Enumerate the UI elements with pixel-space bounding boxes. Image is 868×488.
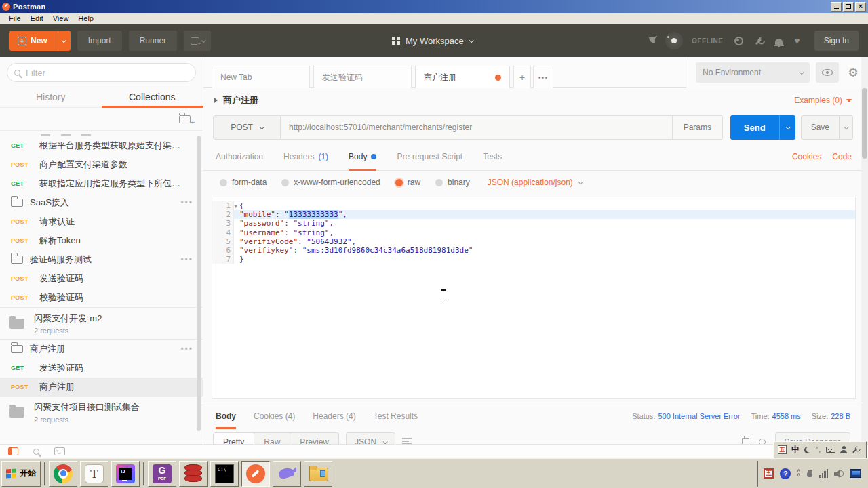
sidebar-item-request[interactable]: POST 商户配置支付渠道参数: [0, 155, 203, 174]
wrap-lines-icon[interactable]: [402, 438, 412, 444]
taskbar-redis-button[interactable]: [179, 461, 208, 487]
sidebar-item-folder[interactable]: 验证码服务测试 •••: [0, 250, 203, 269]
sidebar-item-request[interactable]: GET 发送验证码: [0, 359, 203, 378]
taskbar-cmd-button[interactable]: C:\_: [210, 461, 239, 487]
send-button[interactable]: Send: [730, 115, 795, 140]
network-monitor-icon[interactable]: [850, 469, 861, 478]
environment-selector[interactable]: No Environment: [696, 62, 810, 83]
fold-caret-icon[interactable]: ▼: [234, 202, 237, 211]
speaker-icon[interactable]: [834, 470, 844, 478]
content-type-selector[interactable]: JSON (application/json): [488, 178, 582, 187]
tab-pre-request-script[interactable]: Pre-request Script: [397, 142, 462, 171]
notifications-bell-icon[interactable]: [775, 39, 783, 45]
sidebar-item-folder[interactable]: 商户注册 •••: [0, 340, 203, 359]
new-dropdown-button[interactable]: [56, 30, 71, 51]
sidebar-item-clipped[interactable]: [0, 131, 203, 136]
sidebar-item-request-selected[interactable]: POST 商户注册: [0, 378, 203, 396]
taskbar-explorer-button[interactable]: [304, 461, 332, 487]
power-plug-icon[interactable]: [806, 470, 813, 478]
sidebar-item-request[interactable]: POST 请求认证: [0, 212, 203, 231]
copy-icon[interactable]: [742, 438, 749, 445]
raw-button[interactable]: Raw: [254, 433, 290, 444]
filter-input[interactable]: [26, 68, 189, 78]
save-button[interactable]: Save: [801, 115, 853, 140]
settings-wrench-icon[interactable]: [753, 35, 766, 47]
tab-headers[interactable]: Headers (1): [283, 142, 328, 171]
import-button[interactable]: Import: [77, 30, 122, 51]
taskbar-typora-button[interactable]: T: [80, 461, 108, 487]
examples-dropdown[interactable]: Examples (0): [794, 96, 852, 105]
taskbar-chrome-button[interactable]: [49, 461, 77, 487]
code-link[interactable]: Code: [832, 152, 852, 161]
sync-status-icon[interactable]: [668, 35, 680, 47]
params-button[interactable]: Params: [673, 115, 723, 140]
search-response-icon[interactable]: [759, 439, 766, 444]
console-icon[interactable]: [54, 447, 65, 455]
raw-body-editor[interactable]: 1▼ { 2 "mobile": "13333333333", 3 "passw…: [212, 197, 856, 399]
radio-form-data[interactable]: form-data: [220, 178, 267, 187]
close-button[interactable]: ×: [855, 2, 866, 12]
sidebar-item-request[interactable]: POST 校验验证码: [0, 288, 203, 307]
sidebar-scrollbar[interactable]: [197, 136, 201, 431]
tab-collections[interactable]: Collections: [102, 86, 203, 107]
tab-tests[interactable]: Tests: [483, 142, 502, 171]
new-tab-button[interactable]: +: [513, 66, 531, 88]
radio-urlencoded[interactable]: x-www-form-urlencoded: [281, 178, 380, 187]
help-icon[interactable]: [734, 37, 743, 45]
taskbar-intellij-button[interactable]: IJ: [111, 461, 140, 487]
tab-options-button[interactable]: •••: [533, 66, 553, 88]
new-button[interactable]: +New: [9, 30, 71, 51]
new-collection-icon[interactable]: [179, 115, 191, 123]
more-options-icon[interactable]: •••: [180, 256, 193, 264]
tab-history[interactable]: History: [0, 86, 102, 107]
open-new-window-button[interactable]: [184, 30, 211, 51]
ime-settings-wrench-icon[interactable]: [850, 445, 861, 455]
response-type-selector[interactable]: JSON: [346, 432, 395, 444]
sidebar-item-request[interactable]: GET 根据平台服务类型获取原始支付渠道列表: [0, 136, 203, 155]
ime-person-icon[interactable]: [840, 446, 847, 453]
ime-keyboard-icon[interactable]: [826, 447, 835, 453]
toggle-sidebar-icon[interactable]: [8, 447, 18, 455]
interceptor-icon[interactable]: [649, 37, 656, 45]
heart-icon[interactable]: ♥: [794, 36, 800, 45]
tab-authorization[interactable]: Authorization: [216, 142, 263, 171]
sidebar-collection[interactable]: 闪聚支付开发-m2 2 requests: [0, 308, 203, 339]
sidebar-item-request[interactable]: POST 发送验证码: [0, 269, 203, 288]
request-tab[interactable]: New Tab: [212, 66, 310, 88]
response-tab-headers[interactable]: Headers (4): [313, 403, 355, 429]
workspace-selector[interactable]: My Workspace: [392, 24, 473, 57]
sidebar-item-request[interactable]: GET 获取指定应用指定服务类型下所包含的原.: [0, 174, 203, 193]
request-tab-active[interactable]: 商户注册: [415, 66, 510, 88]
main-scrollbar-thumb[interactable]: [862, 88, 867, 159]
sign-in-button[interactable]: Sign In: [814, 30, 859, 51]
expand-caret-icon[interactable]: [214, 98, 218, 103]
send-dropdown-button[interactable]: [779, 115, 795, 140]
find-icon[interactable]: [33, 449, 39, 455]
radio-raw[interactable]: raw: [395, 178, 420, 187]
sidebar-collection[interactable]: 闪聚支付项目接口测试集合 2 requests: [0, 396, 203, 428]
response-tab-test-results[interactable]: Test Results: [374, 403, 418, 429]
pretty-button[interactable]: Pretty: [214, 433, 254, 444]
radio-binary[interactable]: binary: [435, 178, 470, 187]
method-selector[interactable]: POST: [213, 115, 281, 140]
menu-help[interactable]: Help: [73, 14, 98, 23]
restore-button[interactable]: [843, 2, 854, 12]
save-dropdown-button[interactable]: [839, 116, 852, 139]
sidebar-item-request[interactable]: POST 解析Token: [0, 231, 203, 250]
ime-wubi-icon[interactable]: 五: [778, 445, 787, 454]
taskbar-mysql-button[interactable]: [273, 461, 301, 487]
request-tab[interactable]: 发送验证码: [313, 66, 412, 88]
ime-chinese-mode[interactable]: 中: [791, 444, 800, 455]
tab-body[interactable]: Body: [349, 142, 376, 171]
show-hidden-icons[interactable]: ^^: [797, 470, 800, 477]
menu-edit[interactable]: Edit: [26, 14, 48, 23]
start-button[interactable]: 开始: [1, 461, 41, 487]
menu-file[interactable]: File: [4, 14, 26, 23]
menu-view[interactable]: View: [48, 14, 74, 23]
signal-bars-icon[interactable]: [819, 469, 828, 478]
ime-punctuation-toggle[interactable]: °,: [816, 447, 821, 453]
runner-button[interactable]: Runner: [129, 30, 177, 51]
taskbar-postman-button[interactable]: [241, 461, 270, 487]
cookies-link[interactable]: Cookies: [792, 152, 821, 161]
ime-wubi-tray-icon[interactable]: 五: [764, 468, 774, 479]
